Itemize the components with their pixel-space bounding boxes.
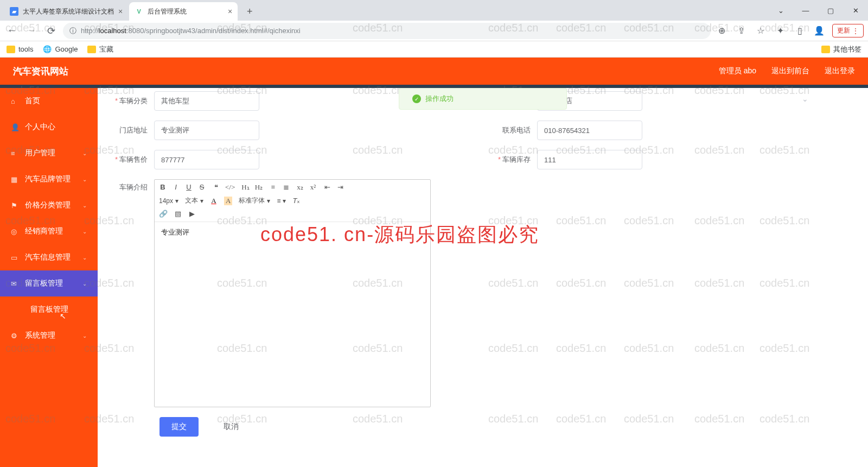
form-input-2-0[interactable] (154, 150, 259, 169)
sidebar-icon: ▭ (11, 254, 20, 262)
sidebar-icon: ✉ (11, 280, 20, 288)
form-input-2-1[interactable] (537, 150, 642, 169)
sidebar-item-9[interactable]: ⚙系统管理⌄ (0, 323, 98, 349)
tab-favicon-2: V (135, 7, 143, 16)
success-toast: ✓ 操作成功 (399, 88, 567, 110)
ul-button[interactable]: ≣ (282, 183, 290, 192)
app-title: 汽车资讯网站 (13, 65, 68, 78)
chevron-down-icon: ⌄ (82, 281, 87, 287)
clear-format-button[interactable]: Tₓ (292, 197, 300, 205)
to-frontend-link[interactable]: 退出到前台 (771, 66, 809, 76)
star-icon[interactable]: ☆ (754, 24, 767, 37)
video-button[interactable]: ▶ (188, 210, 196, 218)
sidebar-item-5[interactable]: ◎经销商管理⌄ (0, 218, 98, 244)
text-color-button[interactable]: A (210, 197, 218, 205)
underline-button[interactable]: U (185, 183, 193, 192)
quote-button[interactable]: ❝ (212, 183, 220, 192)
browser-tabs-bar: ▰ 太平人寿签章系统详细设计文档 × V 后台管理系统 × + ⌄ — ▢ ✕ (0, 0, 868, 21)
font-size-select[interactable]: 14px▾ (159, 197, 178, 205)
reader-icon[interactable]: ▯ (793, 24, 806, 37)
form-input-0-0[interactable] (154, 91, 259, 111)
sidebar-label: 个人中心 (25, 122, 55, 132)
form-input-1-1[interactable] (537, 121, 642, 140)
url-input[interactable]: ⓘ http://localhost:8080/springbootjtw43/… (63, 23, 711, 39)
toast-text: 操作成功 (425, 94, 454, 104)
sidebar-item-1[interactable]: 👤个人中心 (0, 114, 98, 140)
image-button[interactable]: ▧ (174, 210, 182, 218)
bookmark-tools[interactable]: tools (7, 45, 33, 53)
info-icon: ⓘ (69, 26, 76, 36)
user-label[interactable]: 管理员 abo (719, 66, 756, 76)
share-icon[interactable]: ⇪ (735, 24, 748, 37)
sidebar-item-2[interactable]: ≡用户管理⌄ (0, 140, 98, 166)
para-select[interactable]: 文本▾ (185, 196, 203, 205)
sidebar-item-4[interactable]: ⚑价格分类管理⌄ (0, 192, 98, 218)
check-icon: ✓ (412, 94, 421, 103)
new-tab-button[interactable]: + (242, 4, 257, 19)
editor-body[interactable]: 专业测评 (155, 222, 430, 407)
sub-button[interactable]: x₂ (296, 183, 304, 192)
sidebar-item-3[interactable]: ▦汽车品牌管理⌄ (0, 166, 98, 192)
code-button[interactable]: </> (225, 183, 235, 192)
sidebar-label: 经销商管理 (25, 226, 63, 236)
sidebar-label: 用户管理 (25, 148, 55, 158)
sidebar-label: 系统管理 (25, 331, 55, 340)
sidebar: ⌂首页👤个人中心≡用户管理⌄▦汽车品牌管理⌄⚑价格分类管理⌄◎经销商管理⌄▭汽车… (0, 88, 98, 467)
sup-button[interactable]: x² (309, 183, 317, 192)
maximize-button[interactable]: ▢ (818, 0, 843, 21)
sidebar-item-0[interactable]: ⌂首页 (0, 88, 98, 114)
other-bookmarks[interactable]: 其他书签 (821, 45, 861, 54)
sidebar-label: 价格分类管理 (25, 200, 71, 210)
form-label-1-1: 联系电话 (494, 125, 537, 135)
logout-link[interactable]: 退出登录 (825, 66, 855, 76)
back-button[interactable]: ← (4, 23, 20, 39)
font-select[interactable]: 标准字体▾ (239, 196, 270, 205)
update-button[interactable]: 更新⋮ (832, 24, 864, 37)
strike-button[interactable]: S (198, 183, 206, 192)
ol-button[interactable]: ≡ (269, 183, 277, 192)
sidebar-item-7[interactable]: ✉留言板管理⌄ (0, 270, 98, 296)
outdent-button[interactable]: ⇤ (323, 183, 331, 192)
italic-button[interactable]: I (172, 183, 180, 192)
sidebar-item-8[interactable]: 留言板管理↖ (0, 296, 98, 323)
chevron-down-icon: ⌄ (82, 203, 87, 209)
chevron-down-icon: ⌄ (82, 150, 87, 156)
bookmark-treasure[interactable]: 宝藏 (87, 45, 113, 54)
profile-icon[interactable]: 👤 (813, 24, 826, 37)
minimize-button[interactable]: — (793, 0, 818, 21)
close-window-button[interactable]: ✕ (843, 0, 868, 21)
bookmark-google[interactable]: 🌐Google (43, 45, 78, 53)
search-icon[interactable]: ⊕ (715, 24, 728, 37)
chevron-down-icon: ⌄ (82, 176, 87, 182)
app-header: 汽车资讯网站 管理员 abo 退出到前台 退出登录 (0, 58, 868, 85)
align-select[interactable]: ≡▾ (277, 197, 286, 205)
chevron-down-icon[interactable]: ⌄ (768, 0, 793, 21)
tab-close-1[interactable]: × (114, 7, 123, 16)
cancel-button[interactable]: 取消 (212, 417, 251, 437)
bg-color-button[interactable]: A (224, 197, 232, 205)
tab-title-1: 太平人寿签章系统详细设计文档 (23, 7, 114, 16)
form-input-1-0[interactable] (154, 121, 259, 140)
h1-button[interactable]: H₁ (241, 183, 249, 192)
indent-button[interactable]: ⇥ (336, 183, 344, 192)
link-button[interactable]: 🔗 (159, 210, 168, 218)
reload-button[interactable]: ⟳ (43, 23, 59, 39)
sidebar-label: 汽车品牌管理 (25, 174, 71, 184)
globe-icon: 🌐 (43, 45, 52, 53)
form-label-1-0: 门店地址 (111, 125, 154, 135)
cursor-icon: ↖ (60, 312, 66, 320)
browser-tab-2[interactable]: V 后台管理系统 × (129, 2, 238, 21)
sidebar-icon: ◎ (11, 228, 20, 236)
browser-tab-1[interactable]: ▰ 太平人寿签章系统详细设计文档 × (4, 2, 128, 21)
sidebar-item-6[interactable]: ▭汽车信息管理⌄ (0, 244, 98, 270)
extensions-icon[interactable]: ✦ (774, 24, 787, 37)
folder-icon (7, 46, 15, 53)
bold-button[interactable]: B (159, 183, 167, 192)
h2-button[interactable]: H₂ (255, 183, 263, 192)
submit-button[interactable]: 提交 (159, 417, 199, 437)
label-editor: 车辆介绍 (111, 179, 154, 192)
forward-button[interactable]: → (24, 23, 39, 39)
tab-close-2[interactable]: × (224, 7, 232, 16)
sidebar-icon: ⌂ (11, 97, 20, 105)
address-bar: ← → ⟳ ⓘ http://localhost:8080/springboot… (0, 21, 868, 41)
